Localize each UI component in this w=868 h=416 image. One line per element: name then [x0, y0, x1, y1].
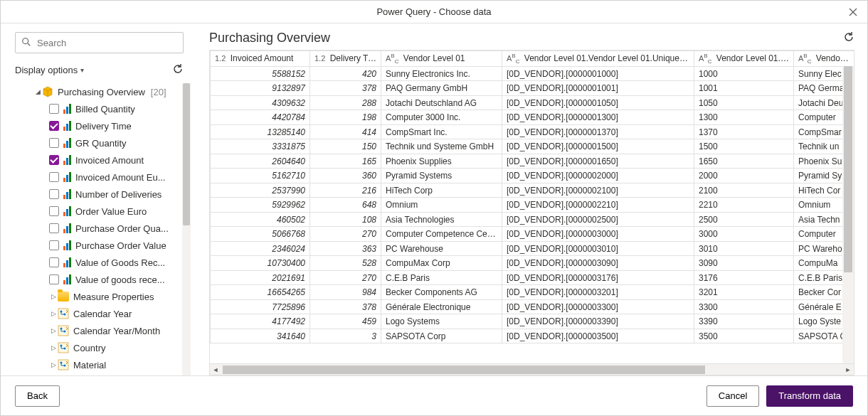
hscroll-left-arrow[interactable]: ◄	[210, 364, 221, 375]
table-row[interactable]: 4309632288Jotachi Deutschland AG[0D_VEND…	[211, 95, 854, 110]
table-row[interactable]: 5929962648Omnium[0D_VENDOR].[0000002210]…	[211, 198, 854, 213]
table-cell: [0D_VENDOR].[0000001500]	[502, 139, 694, 154]
collapse-arrow-icon[interactable]: ◢	[33, 88, 42, 95]
column-header[interactable]: ABC Vendor Level 01.Key	[694, 51, 794, 67]
table-row[interactable]: 9132897378PAQ Germany GmbH[0D_VENDOR].[0…	[211, 81, 854, 96]
table-row[interactable]: 460502108Asia Technologies[0D_VENDOR].[0…	[211, 212, 854, 227]
table-row[interactable]: 3331875150Technik und Systeme GmbH[0D_VE…	[211, 139, 854, 154]
table-cell: 270	[310, 270, 381, 285]
tree-hierarchy-item[interactable]: ▷Country	[15, 339, 179, 356]
measure-icon	[63, 206, 71, 216]
table-row[interactable]: 2021691270C.E.B Paris[0D_VENDOR].[000000…	[211, 270, 854, 285]
checkbox[interactable]	[49, 121, 59, 131]
expand-arrow-icon[interactable]: ▷	[49, 344, 58, 351]
tree-measure-item[interactable]: Invoiced Amount	[15, 151, 179, 169]
tree-measure-item[interactable]: Value of goods rece...	[15, 271, 179, 288]
grid-vertical-scrollbar[interactable]	[842, 66, 854, 363]
table-row[interactable]: 5588152420Sunny Electronics Inc.[0D_VEND…	[211, 66, 854, 81]
close-icon[interactable]	[845, 4, 862, 21]
checkbox[interactable]	[49, 223, 59, 233]
table-row[interactable]: 5066768270Computer Competence Center ...…	[211, 227, 854, 242]
tree-root[interactable]: ◢Purchasing Overview[20]	[15, 83, 179, 100]
tree-hierarchy-item[interactable]: ▷Material	[15, 356, 179, 373]
refresh-icon[interactable]	[172, 63, 184, 77]
table-row[interactable]: 4420784198Computer 3000 Inc.[0D_VENDOR].…	[211, 110, 854, 125]
search-field[interactable]	[36, 37, 177, 49]
table-cell: 414	[310, 124, 381, 139]
tree-item-label: Purchase Order Qua...	[75, 223, 169, 234]
expand-arrow-icon[interactable]: ▷	[49, 361, 58, 368]
table-cell: 288	[310, 95, 381, 110]
table-cell: [0D_VENDOR].[0000002500]	[502, 212, 694, 227]
table-cell: 9132897	[211, 81, 310, 96]
column-header[interactable]: ABC Vendor Le	[794, 51, 854, 67]
tree-measure-item[interactable]: Value of Goods Rec...	[15, 254, 179, 271]
table-cell: 2500	[694, 212, 794, 227]
table-row[interactable]: 13285140414CompSmart Inc.[0D_VENDOR].[00…	[211, 124, 854, 139]
tree-measure-item[interactable]: Billed Quantity	[15, 100, 179, 117]
table-cell: 648	[310, 198, 381, 213]
hscroll-right-arrow[interactable]: ►	[842, 364, 854, 375]
table-cell: 3201	[694, 285, 794, 300]
table-row[interactable]: 4177492459Logo Systems[0D_VENDOR].[00000…	[211, 314, 854, 329]
preview-refresh-icon[interactable]	[843, 31, 854, 45]
tree-folder-item[interactable]: ▷Measure Properties	[15, 288, 179, 305]
grid-horizontal-scrollbar[interactable]: ◄ ►	[210, 363, 854, 375]
table-cell: 150	[310, 139, 381, 154]
expand-arrow-icon[interactable]: ▷	[49, 310, 58, 317]
column-header[interactable]: ABC Vendor Level 01	[381, 51, 502, 67]
checkbox[interactable]	[49, 206, 59, 216]
display-options-dropdown[interactable]: Display options ▾	[15, 65, 84, 75]
number-type-icon: 1.2	[314, 54, 325, 63]
table-row[interactable]: 10730400528CompuMax Corp[0D_VENDOR].[000…	[211, 256, 854, 271]
tree-measure-item[interactable]: Number of Deliveries	[15, 186, 179, 203]
tree-measure-item[interactable]: Purchase Order Qua...	[15, 220, 179, 237]
tree-measure-item[interactable]: GR Quantity	[15, 134, 179, 151]
measure-icon	[63, 240, 71, 250]
tree-item-label: Value of goods rece...	[75, 274, 165, 285]
tree-hierarchy-item[interactable]: ▷Calendar Year	[15, 305, 179, 322]
table-row[interactable]: 3416403SAPSOTA Corp[0D_VENDOR].[00000035…	[211, 329, 854, 343]
checkbox[interactable]	[49, 189, 59, 199]
checkbox[interactable]	[49, 240, 59, 250]
tree-measure-item[interactable]: Delivery Time	[15, 117, 179, 134]
tree-item-label: Order Value Euro	[75, 206, 147, 217]
cancel-button[interactable]: Cancel	[706, 385, 759, 407]
table-cell: 2604640	[211, 154, 310, 169]
data-grid: 1.2 Invoiced Amount1.2 Delivery TimeABC …	[209, 50, 854, 375]
checkbox[interactable]	[49, 104, 59, 114]
table-cell: [0D_VENDOR].[0000001650]	[502, 154, 694, 169]
table-cell: [0D_VENDOR].[0000001370]	[502, 124, 694, 139]
table-row[interactable]: 16654265984Becker Components AG[0D_VENDO…	[211, 285, 854, 300]
tree-scroll-thumb[interactable]	[183, 83, 190, 225]
back-button[interactable]: Back	[15, 385, 60, 407]
search-input[interactable]	[15, 32, 184, 53]
table-row[interactable]: 5162710360Pyramid Systems[0D_VENDOR].[00…	[211, 169, 854, 183]
table-cell: Technik und Systeme GmbH	[381, 139, 502, 154]
table-row[interactable]: 7725896378Générale Electronique[0D_VENDO…	[211, 299, 854, 314]
table-row[interactable]: 2604640165Phoenix Supplies[0D_VENDOR].[0…	[211, 154, 854, 169]
tree-hierarchy-item[interactable]: ▷Calendar Year/Month	[15, 322, 179, 339]
column-header[interactable]: ABC Vendor Level 01.Vendor Level 01.Uniq…	[502, 51, 694, 67]
grid-hscroll-thumb[interactable]	[223, 366, 705, 374]
transform-data-button[interactable]: Transform data	[766, 385, 853, 407]
checkbox[interactable]	[49, 138, 59, 148]
tree-measure-item[interactable]: Invoiced Amount Eu...	[15, 169, 179, 186]
column-header[interactable]: 1.2 Invoiced Amount	[211, 51, 310, 67]
display-options-label: Display options	[15, 65, 78, 75]
checkbox[interactable]	[49, 172, 59, 182]
table-cell: Générale Electronique	[381, 299, 502, 314]
expand-arrow-icon[interactable]: ▷	[49, 293, 58, 300]
tree-measure-item[interactable]: Purchase Order Value	[15, 237, 179, 254]
column-header[interactable]: 1.2 Delivery Time	[310, 51, 381, 67]
tree-measure-item[interactable]: Order Value Euro	[15, 203, 179, 220]
checkbox[interactable]	[49, 155, 59, 165]
grid-vscroll-thumb[interactable]	[844, 66, 852, 272]
expand-arrow-icon[interactable]: ▷	[49, 327, 58, 334]
table-row[interactable]: 2346024363PC Warehouse[0D_VENDOR].[00000…	[211, 241, 854, 256]
table-row[interactable]: 2537990216HiTech Corp[0D_VENDOR].[000000…	[211, 183, 854, 198]
checkbox[interactable]	[49, 257, 59, 267]
checkbox[interactable]	[49, 274, 59, 284]
table-cell: 13285140	[211, 124, 310, 139]
tree-scrollbar[interactable]	[182, 83, 191, 375]
